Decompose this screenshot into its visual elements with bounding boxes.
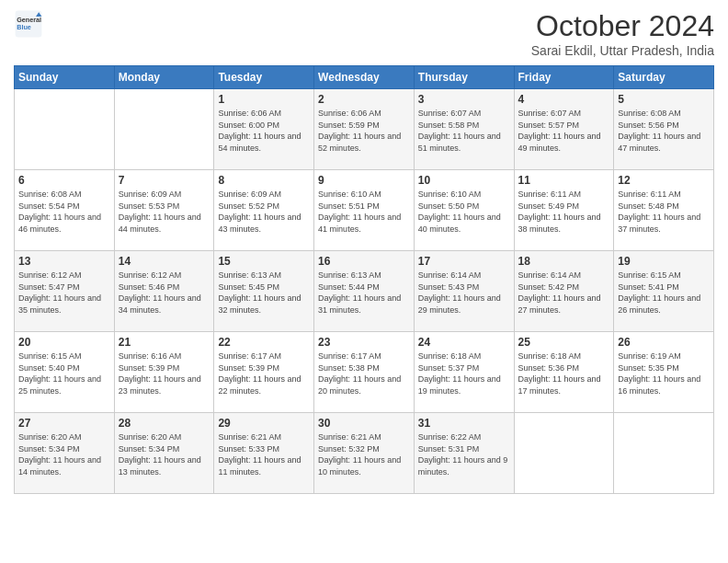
day-info: Sunrise: 6:12 AMSunset: 5:46 PMDaylight:… (119, 270, 210, 316)
day-info: Sunrise: 6:07 AMSunset: 5:57 PMDaylight:… (518, 108, 610, 154)
day-cell: 15Sunrise: 6:13 AMSunset: 5:45 PMDayligh… (214, 251, 314, 332)
week-row-3: 13Sunrise: 6:12 AMSunset: 5:47 PMDayligh… (15, 251, 714, 332)
day-cell: 7Sunrise: 6:09 AMSunset: 5:53 PMDaylight… (114, 170, 214, 251)
logo: General Blue (14, 9, 43, 39)
day-number: 2 (318, 93, 410, 106)
day-cell: 16Sunrise: 6:13 AMSunset: 5:44 PMDayligh… (314, 251, 415, 332)
calendar-table: SundayMondayTuesdayWednesdayThursdayFrid… (14, 65, 714, 494)
week-row-5: 27Sunrise: 6:20 AMSunset: 5:34 PMDayligh… (15, 413, 714, 494)
day-number: 28 (119, 417, 210, 430)
day-cell: 20Sunrise: 6:15 AMSunset: 5:40 PMDayligh… (15, 332, 115, 413)
day-info: Sunrise: 6:21 AMSunset: 5:33 PMDaylight:… (218, 431, 310, 477)
day-cell (114, 89, 214, 170)
day-cell: 26Sunrise: 6:19 AMSunset: 5:35 PMDayligh… (614, 332, 714, 413)
day-cell (614, 413, 714, 494)
day-info: Sunrise: 6:14 AMSunset: 5:43 PMDaylight:… (418, 270, 510, 316)
day-number: 26 (618, 336, 710, 349)
day-number: 27 (18, 417, 110, 430)
day-number: 20 (18, 336, 110, 349)
day-cell: 25Sunrise: 6:18 AMSunset: 5:36 PMDayligh… (514, 332, 614, 413)
day-cell: 23Sunrise: 6:17 AMSunset: 5:38 PMDayligh… (314, 332, 415, 413)
day-number: 7 (119, 174, 210, 187)
day-number: 5 (618, 93, 710, 106)
day-cell: 12Sunrise: 6:11 AMSunset: 5:48 PMDayligh… (614, 170, 714, 251)
day-cell: 17Sunrise: 6:14 AMSunset: 5:43 PMDayligh… (414, 251, 514, 332)
day-number: 15 (218, 255, 310, 268)
day-info: Sunrise: 6:19 AMSunset: 5:35 PMDaylight:… (618, 350, 710, 396)
day-number: 12 (618, 174, 710, 187)
day-number: 25 (518, 336, 610, 349)
header: General Blue October 2024 Sarai Ekdil, U… (14, 9, 714, 58)
day-cell: 3Sunrise: 6:07 AMSunset: 5:58 PMDaylight… (414, 89, 514, 170)
week-row-2: 6Sunrise: 6:08 AMSunset: 5:54 PMDaylight… (15, 170, 714, 251)
day-cell: 4Sunrise: 6:07 AMSunset: 5:57 PMDaylight… (514, 89, 614, 170)
day-cell: 21Sunrise: 6:16 AMSunset: 5:39 PMDayligh… (114, 332, 214, 413)
day-header-wednesday: Wednesday (314, 66, 415, 89)
location: Sarai Ekdil, Uttar Pradesh, India (531, 43, 714, 58)
day-header-friday: Friday (514, 66, 614, 89)
day-info: Sunrise: 6:17 AMSunset: 5:39 PMDaylight:… (218, 350, 310, 396)
day-info: Sunrise: 6:11 AMSunset: 5:49 PMDaylight:… (518, 189, 610, 235)
day-number: 9 (318, 174, 410, 187)
day-number: 23 (318, 336, 410, 349)
day-number: 31 (418, 417, 510, 430)
day-info: Sunrise: 6:11 AMSunset: 5:48 PMDaylight:… (618, 189, 710, 235)
day-number: 11 (518, 174, 610, 187)
day-cell: 10Sunrise: 6:10 AMSunset: 5:50 PMDayligh… (414, 170, 514, 251)
day-number: 29 (218, 417, 310, 430)
day-header-saturday: Saturday (614, 66, 714, 89)
day-info: Sunrise: 6:06 AMSunset: 5:59 PMDaylight:… (318, 108, 410, 154)
day-number: 1 (218, 93, 310, 106)
day-cell: 22Sunrise: 6:17 AMSunset: 5:39 PMDayligh… (214, 332, 314, 413)
day-header-thursday: Thursday (414, 66, 514, 89)
day-info: Sunrise: 6:15 AMSunset: 5:41 PMDaylight:… (618, 270, 710, 316)
day-info: Sunrise: 6:15 AMSunset: 5:40 PMDaylight:… (18, 350, 110, 396)
day-header-sunday: Sunday (15, 66, 115, 89)
week-row-4: 20Sunrise: 6:15 AMSunset: 5:40 PMDayligh… (15, 332, 714, 413)
day-info: Sunrise: 6:16 AMSunset: 5:39 PMDaylight:… (119, 350, 210, 396)
day-info: Sunrise: 6:06 AMSunset: 6:00 PMDaylight:… (218, 108, 310, 154)
day-info: Sunrise: 6:21 AMSunset: 5:32 PMDaylight:… (318, 431, 410, 477)
logo-icon: General Blue (14, 9, 43, 39)
day-number: 19 (618, 255, 710, 268)
day-cell: 28Sunrise: 6:20 AMSunset: 5:34 PMDayligh… (114, 413, 214, 494)
day-cell: 19Sunrise: 6:15 AMSunset: 5:41 PMDayligh… (614, 251, 714, 332)
day-cell: 1Sunrise: 6:06 AMSunset: 6:00 PMDaylight… (214, 89, 314, 170)
day-info: Sunrise: 6:13 AMSunset: 5:44 PMDaylight:… (318, 270, 410, 316)
month-title: October 2024 (531, 9, 714, 43)
day-info: Sunrise: 6:08 AMSunset: 5:56 PMDaylight:… (618, 108, 710, 154)
day-cell: 29Sunrise: 6:21 AMSunset: 5:33 PMDayligh… (214, 413, 314, 494)
day-info: Sunrise: 6:10 AMSunset: 5:50 PMDaylight:… (418, 189, 510, 235)
day-cell (15, 89, 115, 170)
day-info: Sunrise: 6:18 AMSunset: 5:36 PMDaylight:… (518, 350, 610, 396)
day-info: Sunrise: 6:18 AMSunset: 5:37 PMDaylight:… (418, 350, 510, 396)
day-info: Sunrise: 6:13 AMSunset: 5:45 PMDaylight:… (218, 270, 310, 316)
day-number: 22 (218, 336, 310, 349)
day-cell: 30Sunrise: 6:21 AMSunset: 5:32 PMDayligh… (314, 413, 415, 494)
day-info: Sunrise: 6:09 AMSunset: 5:52 PMDaylight:… (218, 189, 310, 235)
day-number: 3 (418, 93, 510, 106)
day-info: Sunrise: 6:14 AMSunset: 5:42 PMDaylight:… (518, 270, 610, 316)
day-number: 16 (318, 255, 410, 268)
title-block: October 2024 Sarai Ekdil, Uttar Pradesh,… (531, 9, 714, 58)
day-cell: 18Sunrise: 6:14 AMSunset: 5:42 PMDayligh… (514, 251, 614, 332)
day-number: 17 (418, 255, 510, 268)
day-header-monday: Monday (114, 66, 214, 89)
day-number: 18 (518, 255, 610, 268)
day-number: 6 (18, 174, 110, 187)
day-cell: 2Sunrise: 6:06 AMSunset: 5:59 PMDaylight… (314, 89, 415, 170)
page: General Blue October 2024 Sarai Ekdil, U… (0, 0, 728, 563)
day-cell: 8Sunrise: 6:09 AMSunset: 5:52 PMDaylight… (214, 170, 314, 251)
day-number: 21 (119, 336, 210, 349)
day-number: 8 (218, 174, 310, 187)
day-cell: 13Sunrise: 6:12 AMSunset: 5:47 PMDayligh… (15, 251, 115, 332)
day-cell (514, 413, 614, 494)
day-cell: 5Sunrise: 6:08 AMSunset: 5:56 PMDaylight… (614, 89, 714, 170)
day-number: 30 (318, 417, 410, 430)
day-info: Sunrise: 6:07 AMSunset: 5:58 PMDaylight:… (418, 108, 510, 154)
day-cell: 27Sunrise: 6:20 AMSunset: 5:34 PMDayligh… (15, 413, 115, 494)
day-cell: 14Sunrise: 6:12 AMSunset: 5:46 PMDayligh… (114, 251, 214, 332)
day-cell: 31Sunrise: 6:22 AMSunset: 5:31 PMDayligh… (414, 413, 514, 494)
day-info: Sunrise: 6:10 AMSunset: 5:51 PMDaylight:… (318, 189, 410, 235)
day-info: Sunrise: 6:17 AMSunset: 5:38 PMDaylight:… (318, 350, 410, 396)
